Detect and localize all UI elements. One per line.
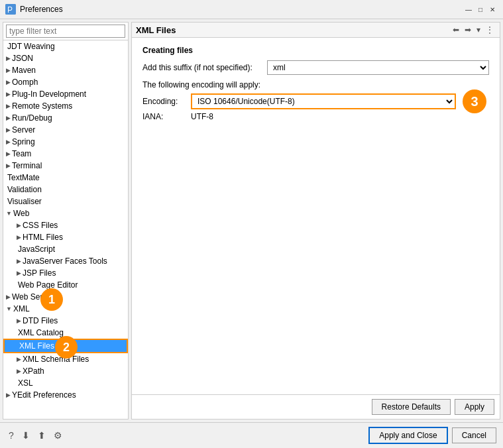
settings-icon[interactable]: ⚙	[52, 429, 64, 441]
encoding-section-label: The following encoding will apply:	[142, 80, 489, 89]
arrow-icon: ▶	[6, 127, 11, 133]
inner-bottom-bar: Restore Defaults Apply	[132, 394, 500, 419]
sidebar-item-textmate[interactable]: TextMate	[3, 172, 128, 184]
menu-button[interactable]: ▾	[475, 25, 482, 35]
back-button[interactable]: ⬅	[451, 25, 461, 35]
dialog-content: JDT Weaving ▶ JSON ▶ Maven ▶ Oomph ▶ Plu…	[0, 19, 503, 422]
suffix-row: Add this suffix (if not specified): xml	[142, 60, 489, 75]
encoding-row: Encoding: ISO 10646/Unicode(UTF-8) 3	[142, 93, 489, 109]
search-box	[3, 23, 128, 40]
sidebar-item-terminal[interactable]: ▶ Terminal	[3, 160, 128, 172]
panel-title: XML Files	[136, 25, 176, 35]
sidebar-item-jsp-files[interactable]: ▶ JSP Files	[3, 267, 128, 279]
arrow-icon: ▶	[17, 258, 21, 264]
encoding-label: Encoding:	[142, 97, 186, 106]
right-panel: XML Files ⬅ ➡ ▾ ⋮ Creating files Add thi…	[131, 22, 500, 420]
maximize-button[interactable]: □	[475, 4, 486, 15]
restore-defaults-button[interactable]: Restore Defaults	[372, 399, 451, 415]
sidebar-item-xpath[interactable]: ▶ XPath	[3, 365, 128, 377]
search-input[interactable]	[6, 25, 125, 38]
panel-body: Creating files Add this suffix (if not s…	[132, 38, 500, 394]
arrow-icon: ▶	[17, 368, 21, 374]
sidebar-item-jsf-tools[interactable]: ▶ JavaServer Faces Tools	[3, 255, 128, 267]
import-icon[interactable]: ⬇	[20, 429, 32, 441]
iana-row: IANA: UTF-8	[142, 112, 489, 121]
sidebar-item-xml-files[interactable]: XML Files 2	[3, 339, 128, 353]
sidebar-item-dtd-files[interactable]: ▶ DTD Files	[3, 315, 128, 327]
sidebar-item-javascript[interactable]: JavaScript	[3, 243, 128, 255]
sidebar-item-xml[interactable]: ▼ XML	[3, 303, 128, 315]
creating-files-label: Creating files	[142, 46, 489, 55]
sidebar-item-xsl[interactable]: XSL	[3, 377, 128, 389]
sidebar-item-team[interactable]: ▶ Team	[3, 148, 128, 160]
arrow-icon: ▶	[6, 139, 11, 145]
sidebar-item-web-services[interactable]: ▶ Web Services 1	[3, 291, 128, 303]
arrow-icon: ▶	[6, 91, 11, 97]
export-icon[interactable]: ⬆	[36, 429, 48, 441]
sidebar-item-jdt-weaving[interactable]: JDT Weaving	[3, 40, 128, 52]
bottom-bar: ? ⬇ ⬆ ⚙ Apply and Close Cancel	[0, 422, 503, 448]
sidebar-item-visualiser[interactable]: Visualiser	[3, 196, 128, 207]
help-icon[interactable]: ?	[7, 429, 16, 441]
encoding-section: The following encoding will apply: Encod…	[142, 80, 489, 121]
panel-toolbar: XML Files ⬅ ➡ ▾ ⋮	[132, 23, 500, 38]
suffix-select[interactable]: xml	[267, 60, 489, 75]
apply-and-close-button[interactable]: Apply and Close	[368, 427, 447, 444]
window-controls: — □ ✕	[463, 4, 498, 15]
close-button[interactable]: ✕	[487, 4, 498, 15]
window-title: Preferences	[20, 5, 463, 14]
arrow-icon: ▶	[17, 270, 21, 276]
sidebar-item-oomph[interactable]: ▶ Oomph	[3, 76, 128, 88]
sidebar-item-yedit-prefs[interactable]: ▶ YEdit Preferences	[3, 389, 128, 401]
arrow-icon: ▶	[6, 67, 11, 74]
arrow-icon: ▶	[6, 392, 11, 398]
annotation-3: 3	[463, 89, 486, 113]
sidebar-item-xml-schema-files[interactable]: ▶ XML Schema Files	[3, 353, 128, 365]
expand-icon: ▼	[6, 306, 12, 312]
sidebar: JDT Weaving ▶ JSON ▶ Maven ▶ Oomph ▶ Plu…	[3, 22, 129, 420]
suffix-label: Add this suffix (if not specified):	[142, 63, 262, 72]
sidebar-item-maven[interactable]: ▶ Maven	[3, 64, 128, 76]
svg-text:P: P	[7, 5, 13, 15]
sidebar-item-plug-in-dev[interactable]: ▶ Plug-In Development	[3, 88, 128, 100]
app-icon: P	[5, 4, 16, 15]
sidebar-item-remote-systems[interactable]: ▶ Remote Systems	[3, 100, 128, 112]
tree-area: JDT Weaving ▶ JSON ▶ Maven ▶ Oomph ▶ Plu…	[3, 40, 128, 419]
minimize-button[interactable]: —	[463, 4, 474, 15]
sidebar-item-json[interactable]: ▶ JSON	[3, 52, 128, 64]
cancel-button[interactable]: Cancel	[452, 427, 496, 443]
iana-value: UTF-8	[191, 112, 213, 121]
arrow-icon: ▶	[6, 162, 11, 169]
arrow-icon: ▶	[17, 356, 21, 363]
arrow-icon: ▶	[6, 103, 11, 109]
arrow-icon: ▶	[6, 79, 11, 85]
sidebar-item-web[interactable]: ▼ Web	[3, 207, 128, 219]
iana-label: IANA:	[142, 112, 186, 121]
titlebar: P Preferences — □ ✕	[0, 0, 503, 19]
sidebar-item-css-files[interactable]: ▶ CSS Files	[3, 219, 128, 231]
sidebar-item-validation[interactable]: Validation	[3, 184, 128, 196]
arrow-icon: ▶	[17, 234, 21, 241]
arrow-icon: ▶	[6, 115, 11, 121]
arrow-icon: ▶	[6, 150, 11, 157]
sidebar-item-html-files[interactable]: ▶ HTML Files	[3, 231, 128, 243]
toolbar-icons: ⬅ ➡ ▾ ⋮	[451, 25, 496, 35]
arrow-icon: ▶	[17, 222, 21, 229]
arrow-icon: ▶	[6, 55, 11, 62]
arrow-icon: ▶	[6, 294, 11, 300]
expand-icon: ▼	[6, 210, 12, 217]
sidebar-item-spring[interactable]: ▶ Spring	[3, 136, 128, 148]
apply-button[interactable]: Apply	[455, 399, 494, 415]
sidebar-item-xml-catalog[interactable]: XML Catalog	[3, 327, 128, 339]
encoding-select[interactable]: ISO 10646/Unicode(UTF-8)	[191, 93, 456, 109]
bottom-left-icons: ? ⬇ ⬆ ⚙	[7, 429, 364, 441]
arrow-icon: ▶	[17, 317, 21, 324]
sidebar-item-web-page-editor[interactable]: Web Page Editor	[3, 279, 128, 291]
more-button[interactable]: ⋮	[484, 25, 496, 35]
sidebar-item-server[interactable]: ▶ Server	[3, 124, 128, 136]
forward-button[interactable]: ➡	[463, 25, 473, 35]
encoding-select-wrapper: ISO 10646/Unicode(UTF-8) 3	[191, 93, 489, 109]
sidebar-item-run-debug[interactable]: ▶ Run/Debug	[3, 112, 128, 124]
